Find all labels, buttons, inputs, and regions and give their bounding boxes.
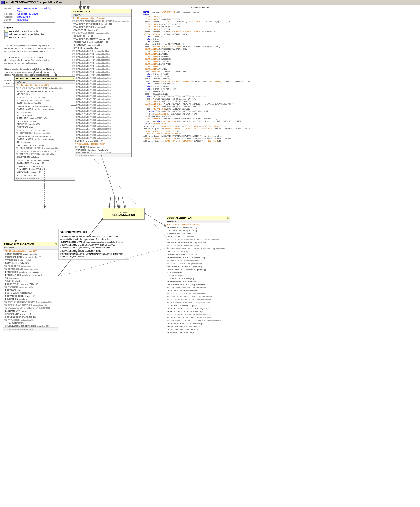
- jeext-account: ·ACCOUNT nvarchar(100) = (''): [166, 304, 230, 307]
- je-col-dateadded: ·DATEADDED datetime = (getdate()): [71, 148, 131, 151]
- jeext-plannedgiftid: FK PLANNEDGIFTPAYOUTID uniqueidentifier: [166, 316, 230, 319]
- legend-color-migrated: [4, 33, 8, 36]
- je-col-de6: FK DATAELEMENT6ID uniqueidentifier: [71, 64, 131, 67]
- ft-baseacctsysid: FK BASEACCOUNTSYSTEMID uniqueidentifier: [3, 306, 58, 309]
- je-col-de22: FK DATAELEMENT22ID uniqueidentifier: [71, 113, 131, 116]
- ft-header: FINANCIALTRANSACTION □: [3, 242, 58, 246]
- je-col-de23: FK DATAELEMENT23ID uniqueidentifier: [71, 116, 131, 118]
- ftli-orgamt: ·ORGAMOUNT money = {0}: [15, 165, 75, 168]
- ftli-ts2: ·TS timestamp: [15, 141, 75, 143]
- ftli-notes: The table that contains a: [15, 177, 75, 180]
- je-col-de24: FK DATAELEMENT24ID uniqueidentifier: [71, 118, 131, 121]
- jeext-revenueid: FK REVENUEID uniqueidentifier: [166, 244, 230, 247]
- ftli-tslong: ·TSLONG bigint: [15, 114, 75, 117]
- je-col-bid: ·BATCHID uniqueidentifier: [71, 47, 131, 49]
- ft-type: ·TYPE nvarchar(27): [3, 321, 58, 324]
- jeext-outdated: ·OUTDATED bit = {0}: [166, 250, 230, 253]
- je-col-de21: FK DATAELEMENT21ID uniqueidentifier: [71, 110, 131, 112]
- legend-color-ext: [4, 36, 8, 39]
- ft-deletedon: ·DELETEDON datetime: [3, 297, 58, 300]
- jeext-reverseddate: ·REVERSEDDATE datetime: [166, 235, 230, 238]
- je-col-de30: FK DATAELEMENT30ID uniqueidentifier: [71, 137, 131, 140]
- jeext-changedby: FK CHANGEDBYID uniqueidentifier: [166, 262, 230, 265]
- je-col-de16: FK DATAELEMENT16ID uniqueidentifier: [71, 95, 131, 97]
- je-col-seq: ·SEQUENCE int = {0}: [71, 34, 131, 37]
- journalentry-header: JOURNALENTRY □: [71, 9, 131, 13]
- journalentry-columns: *PK ID uniqueidentifier = (newid()) FK F…: [71, 17, 131, 153]
- je-col-de13: FK DATAELEMENT13ID uniqueidentifier: [71, 86, 131, 88]
- ftlineitem-col-header: <columns>: [15, 81, 75, 84]
- ft-poststatus: ·POSTSTATUS nvarchar(11): [3, 291, 58, 294]
- jeext-discountcreditid: FK DISCOUNTCREDITITEMID uniqueidentifier: [166, 295, 230, 298]
- journalentry-ext-table: JOURNALENTRY_EXT □ <columns> *PK ID uniq…: [166, 216, 230, 334]
- arrow-down-gltrans-3: [118, 197, 120, 208]
- journalentry-expand-icon[interactable]: □: [129, 10, 130, 13]
- jeext-columns: *PK ID uniqueidentifier = (newid()) ·PRO…: [166, 223, 230, 334]
- ft-postdate: ·POSTDATE date: [3, 289, 58, 291]
- arrow-je-gltrans: [101, 155, 118, 208]
- jeext-paymentmethod: ·PAYMENTMETHOD nvarchar(35): [166, 280, 230, 283]
- ftli-id: *PK ID uniqueidentifier = (newid()): [15, 84, 75, 87]
- je-col-de3: FK DATAELEMENT3ID uniqueidentifier: [71, 56, 131, 58]
- jeext-revpurchaseid: FK REVENUEPURCHASEID uniqueidentifier: [166, 313, 230, 316]
- arrow-gltrans-jeext: [145, 213, 166, 226]
- ft-expand-icon[interactable]: □: [55, 243, 57, 246]
- ftli-baseamt: ·BASEAMOUNT money = {0}: [15, 162, 75, 165]
- app-icon: [1, 1, 5, 4]
- info-package-row: Package: Compatibility Views: [4, 13, 53, 15]
- ft-txncurrid: FK TRANSACTIONCURRENCYID uniqueidentifie…: [3, 301, 58, 304]
- ft-dateadded: ·DATEADDED datetime = (getdate()): [3, 271, 58, 274]
- je-col-addedby: *PK ADDEDBYID uniqueidentifier: [71, 142, 131, 145]
- ftli-qty: ·QUANTITY decimal(20,4) = {1}: [15, 168, 75, 171]
- je-col-de11: FK DATAELEMENT11ID uniqueidentifier: [71, 79, 131, 82]
- je-col-de4: FK DATAELEMENT4ID uniqueidentifier: [71, 58, 131, 61]
- journalentry-col-header: <columns>: [71, 13, 131, 17]
- ft-id: *PK ID uniqueidentifier = (newid()): [3, 250, 58, 252]
- ftli-datechanged: ·DATECHANGED datetime = (getdate()): [15, 108, 75, 111]
- je-col-de27: FK DATAELEMENT27ID uniqueidentifier: [71, 127, 131, 130]
- ft-title: FINANCIALTRANSACTION: [4, 243, 34, 246]
- ftli-dateadded2: ·DATEADDED datetime = (getdate()): [15, 135, 75, 138]
- ftli-type: ·TYPE nvarchar(20): [15, 174, 75, 177]
- ftli-seq: ·SEQUENCE int = {0}: [15, 120, 75, 123]
- jeext-disttableid: ·DISTRIBUTIONTABLEID uniqueidentifier: [166, 241, 230, 244]
- ftli-changedby: FK CHANGEDBYID uniqueidentifier: [15, 99, 75, 102]
- je-col-sumid: ·SUMMARYID uniqueidentifier: [71, 44, 131, 47]
- ft-notes: All financial transaction records: [3, 327, 58, 331]
- jeext-datechanged: ·DATECHANGED datetime = (getdate()): [166, 268, 230, 271]
- je-col-comment: ·COMMENT nvarchar(255) = (''): [71, 140, 131, 142]
- ft-ts: ·TS timestamp: [3, 277, 58, 280]
- jeext-ts: ·TS timestamp: [166, 271, 230, 274]
- je-col-ttc: ·TRANSACTIONTYPECODE tinyint = {1}: [71, 23, 131, 26]
- ftli-tgtlineitemid: FK TARGETLINEITEMID uniqueidentifier: [15, 153, 75, 156]
- ftli-ledgertypecode: ·LEDGERTYPECODE tinyint = {1}: [15, 159, 75, 162]
- jeext-benefittype: ·BENEFITTYPE nvarchar(9): [166, 331, 230, 334]
- ftli-comment: ·COMMENT nvarchar(700) = (''): [15, 117, 75, 120]
- jeext-expand-icon[interactable]: □: [228, 217, 229, 219]
- info-name-row: Name: GLTRANSACTION Compatibility View: [4, 7, 53, 12]
- je-col-de5: FK DATAELEMENT5ID uniqueidentifier: [71, 62, 131, 64]
- jeext-precalcpsc2: ·PRECALCPOSTSTATUSCODE tinyint: [166, 310, 230, 313]
- je-col-cc: ·CLASSCODE tinyint = {0}: [71, 29, 131, 32]
- jeext-creditterm: ·CREDITTERM uniqueidentifier: [166, 289, 230, 292]
- ftli-srclineitemid: FK SOURCELINEITEMID uniqueidentifier: [15, 150, 75, 153]
- gltransaction-view-box: «View» GLTRANSACTION: [103, 208, 145, 220]
- je-col-de9: FK DATAELEMENT9ID uniqueidentifier: [71, 73, 131, 76]
- ft-userdefinerid: ·USERDEFINERID nvarchar(100) = (''): [3, 256, 58, 259]
- jeext-paymentmethodcode: ·PAYMENTMETHODCODE tinyint = {1}: [166, 256, 230, 259]
- ftli-ta: ·TRANSACTIONAMOUNT money = {0}: [15, 90, 75, 93]
- ftlineitem-expand-icon[interactable]: □: [72, 77, 74, 80]
- legend-panel: Legend Financial Transaction Table Migra…: [3, 25, 55, 41]
- legend-color-ft: [4, 30, 8, 33]
- ft-seqgenid: ·SEQUENCEGENERATORID bit: [3, 316, 58, 319]
- ft-tslong: ·TSLONG bigint: [3, 280, 58, 282]
- jeext-id: *PK ID uniqueidentifier = (newid()): [166, 223, 230, 226]
- je-col-id: *PK ID uniqueidentifier = (newid()): [71, 17, 131, 19]
- jeext-project: ·PROJECT nvarchar(100) = (''): [166, 226, 230, 229]
- title-bar-label: erd GLTRANSACTION Compatibility View: [6, 1, 62, 4]
- jeext-giftinkind: FK GIFTINKINDSAL EID uniqueidentifier: [166, 286, 230, 289]
- je-col-datechanged: ·DATECHANGED datetime = (getdate()): [71, 152, 131, 153]
- ftli-changedby2: FK CHANGEDBYID uniqueidentifier: [15, 132, 75, 135]
- gltrans-desc-title: GLTRANSACTION Table: [60, 230, 128, 234]
- ft-columns: *PK ID uniqueidentifier = (newid()) ·CON…: [3, 250, 58, 327]
